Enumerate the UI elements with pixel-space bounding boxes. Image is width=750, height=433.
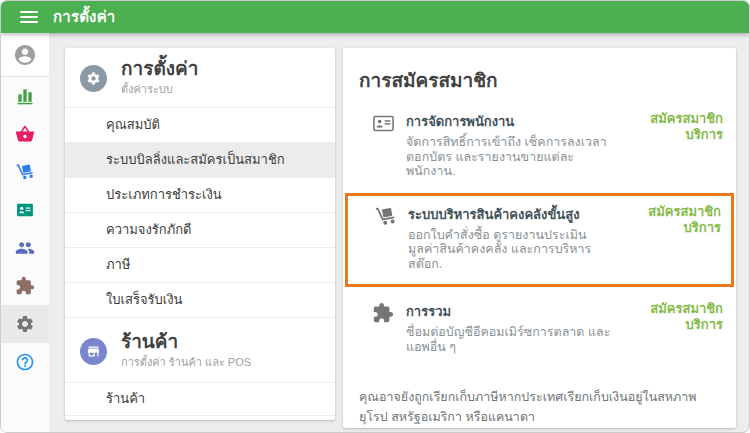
subscribe-link[interactable]: สมัครสมาชิก บริการ [650, 111, 728, 143]
stores-section-header: ร้านค้า การตั้งค่า ร้านค้า และ POS [65, 317, 335, 382]
gear-icon [15, 314, 35, 334]
top-bar: การตั้งค่า [1, 1, 749, 33]
main-area: การตั้งค่า ตั้งค่าระบบ คุณสมบัติ ระบบบิล… [1, 33, 749, 433]
menu-item-taxes[interactable]: ภาษี [65, 247, 335, 282]
menu-item-features[interactable]: คุณสมบัติ [65, 107, 335, 142]
subscription-item-description: ชื่อมต่อบัญชีอีคอมเมิร์ซการตลาด และแอพอื… [406, 325, 611, 354]
subscription-item-description: จัดการสิทธิ์การเข้าถึง เช็คการลงเวลาตอกบ… [406, 135, 611, 179]
trolley-outline-icon [374, 204, 400, 232]
settings-menu-panel: การตั้งค่า ตั้งค่าระบบ คุณสมบัติ ระบบบิล… [65, 48, 335, 420]
subscription-item-title: การรวม [406, 301, 611, 322]
subscription-item-body: ระบบบริหารสินค้าคงคลังขั้นสูง ออกใบคำสั่… [408, 204, 613, 272]
basket-icon [15, 124, 35, 144]
menu-item-payment-types[interactable]: ประเภทการชำระเงิน [65, 177, 335, 212]
sidebar-item-help[interactable] [1, 343, 49, 381]
customers-icon [15, 238, 35, 258]
hamburger-icon[interactable] [20, 11, 38, 23]
subscription-item-body: การจัดการพนักงาน จัดการสิทธิ์การเข้าถึง … [406, 111, 611, 179]
subscriptions-heading: การสมัครสมาชิก [343, 48, 736, 103]
puzzle-icon [15, 276, 35, 296]
icon-sidebar [1, 33, 49, 433]
sidebar-item-reports[interactable] [1, 77, 49, 115]
subscriptions-panel: การสมัครสมาชิก การจัดการพนักงาน จัดการสิ… [343, 48, 736, 428]
menu-item-billing[interactable]: ระบบบิลลิ่งและสมัครเป็นสมาชิก [65, 142, 335, 177]
subscription-item-description: ออกใบคำสั่งซื้อ ดูรายงานประเมินมูลค่าสิน… [408, 228, 613, 272]
settings-section-title: การตั้งค่า [121, 58, 198, 79]
puzzle-gray-icon [372, 301, 398, 328]
sidebar-item-items[interactable] [1, 115, 49, 153]
sidebar-item-inventory[interactable] [1, 153, 49, 191]
menu-item-loyalty[interactable]: ความจงรักภักดี [65, 212, 335, 247]
subscription-item-integrations: การรวม ชื่อมต่อบัญชีอีคอมเมิร์ซการตลาด แ… [343, 293, 736, 362]
subscription-item-title: การจัดการพนักงาน [406, 111, 611, 132]
menu-item-pos-devices[interactable]: อุปกรณ์ POS [65, 415, 335, 420]
stores-section-titles: ร้านค้า การตั้งค่า ร้านค้า และ POS [121, 331, 251, 371]
store-circle-icon [80, 338, 107, 365]
trolley-icon [15, 162, 35, 182]
bar-chart-icon [15, 86, 35, 106]
employee-badge-icon [15, 200, 35, 220]
settings-section-titles: การตั้งค่า ตั้งค่าระบบ [121, 58, 198, 98]
subscription-item-body: การรวม ชื่อมต่อบัญชีอีคอมเมิร์ซการตลาด แ… [406, 301, 611, 354]
subscription-item-inventory-highlighted: ระบบบริหารสินค้าคงคลังขั้นสูง ออกใบคำสั่… [345, 193, 734, 288]
settings-menu: คุณสมบัติ ระบบบิลลิ่งและสมัครเป็นสมาชิก … [65, 107, 335, 317]
stores-section-title: ร้านค้า [121, 331, 251, 352]
subscribe-link[interactable]: สมัครสมาชิก บริการ [648, 204, 726, 236]
tax-note: คุณอาจยังถูกเรียกเก็บภาษีหากประเทศเรียกเ… [343, 362, 736, 428]
sidebar-item-employees[interactable] [1, 191, 49, 229]
content-area: การตั้งค่า ตั้งค่าระบบ คุณสมบัติ ระบบบิล… [49, 33, 749, 433]
subscription-item-employees: การจัดการพนักงาน จัดการสิทธิ์การเข้าถึง … [343, 103, 736, 187]
gear-circle-icon [80, 65, 107, 92]
subscribe-link[interactable]: สมัครสมาชิก บริการ [650, 301, 728, 333]
subscription-item-title: ระบบบริหารสินค้าคงคลังขั้นสูง [408, 204, 613, 225]
menu-item-stores[interactable]: ร้านค้า [65, 382, 335, 415]
sidebar-item-integrations[interactable] [1, 267, 49, 305]
sidebar-item-customers[interactable] [1, 229, 49, 267]
settings-section-header: การตั้งค่า ตั้งค่าระบบ [65, 48, 335, 107]
menu-item-receipt[interactable]: ใบเสร็จรับเงิน [65, 282, 335, 317]
help-icon [15, 352, 35, 372]
employee-card-icon [372, 111, 398, 139]
account-icon [13, 43, 37, 67]
sidebar-item-settings[interactable] [1, 305, 49, 343]
stores-section-subtitle: การตั้งค่า ร้านค้า และ POS [121, 353, 251, 371]
sidebar-item-account[interactable] [1, 33, 49, 77]
page-title: การตั้งค่า [53, 5, 115, 29]
app-window: การตั้งค่า [0, 0, 750, 433]
stores-menu: ร้านค้า อุปกรณ์ POS [65, 382, 335, 420]
settings-section-subtitle: ตั้งค่าระบบ [121, 80, 198, 98]
